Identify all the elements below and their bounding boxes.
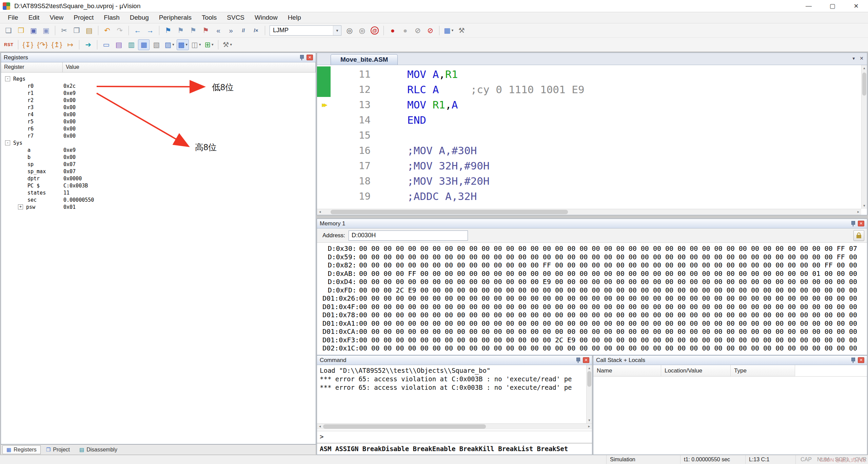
open-folder-icon[interactable]: ❒ [15, 25, 27, 36]
run-to-cursor-icon[interactable]: ↦ [64, 39, 76, 50]
comment-selection-icon[interactable]: // [238, 25, 249, 36]
registers-window-icon[interactable]: ▦ [138, 39, 150, 50]
chevron-down-icon[interactable]: ▾ [172, 42, 174, 47]
command-window-icon[interactable]: ▭ [100, 39, 112, 50]
window-layout-icon[interactable]: ▦▾ [442, 25, 455, 36]
memory-row[interactable]: D:0xAB:00 00 00 00 FF 00 00 00 00 00 00 … [322, 269, 867, 278]
memory-row[interactable]: D02:0x1C:00 00 00 00 00 00 00 00 00 00 0… [322, 344, 867, 352]
find-in-files-icon[interactable]: ◎ [344, 25, 355, 36]
view-tab-project[interactable]: ❐Project [42, 445, 74, 454]
close-button[interactable]: ✕ [844, 0, 868, 12]
indent-right-icon[interactable]: » [225, 25, 237, 36]
memory-row[interactable]: D01:0x4F:00 00 00 00 00 00 00 00 00 00 0… [322, 303, 867, 311]
register-row-sp[interactable]: sp0x07 [1, 161, 316, 168]
menu-svcs[interactable]: SVCS [222, 12, 250, 23]
reset-cpu-icon[interactable]: RST [3, 39, 15, 50]
command-input-line[interactable]: > [317, 431, 592, 442]
scrollbar-thumb[interactable] [587, 371, 591, 387]
menu-edit[interactable]: Edit [23, 12, 45, 23]
menu-project[interactable]: Project [68, 12, 99, 23]
disable-all-breakpoints-icon[interactable]: ⊘ [412, 25, 423, 36]
menu-peripherals[interactable]: Peripherals [154, 12, 197, 23]
scroll-down-icon[interactable]: ▼ [862, 203, 867, 207]
column-header-name[interactable]: Name [593, 365, 661, 376]
kill-all-breakpoints-icon[interactable]: ⊘ [425, 25, 436, 36]
expand-icon[interactable]: + [18, 204, 23, 209]
memory-row[interactable]: D:0xD4:00 00 00 00 00 00 00 00 00 00 00 … [322, 278, 867, 286]
save-icon[interactable]: ▣ [28, 25, 39, 36]
symbol-window-icon[interactable]: ▥ [125, 39, 137, 50]
run-icon[interactable]: ➔ [82, 39, 94, 50]
nav-forward-icon[interactable]: → [144, 25, 156, 36]
memory-row[interactable]: D01:0x26:00 00 00 00 00 00 00 00 00 00 0… [322, 294, 867, 303]
scroll-down-icon[interactable]: ▼ [587, 417, 592, 422]
scroll-left-icon[interactable]: ◄ [318, 425, 321, 428]
memory-row[interactable]: D01:0xCA:00 00 00 00 00 00 00 00 00 00 0… [322, 327, 867, 336]
register-row-sec[interactable]: sec0.00000550 [1, 196, 316, 203]
memory-grid[interactable]: D:0x30:00 00 00 00 00 00 00 00 00 00 00 … [317, 243, 867, 352]
paste-icon[interactable]: ▤ [83, 25, 95, 36]
register-row-psw[interactable]: +psw0x01 [1, 203, 316, 210]
register-row-r6[interactable]: r60x00 [1, 125, 316, 132]
memory-row[interactable]: D:0xFD:00 00 00 2C E9 00 00 00 00 00 00 … [322, 286, 867, 295]
code-line[interactable]: 12RLC A ;cy 0 1110 1001 E9 [317, 82, 867, 97]
editor-horizontal-scrollbar[interactable]: ◄ ► [317, 209, 861, 215]
tab-close-icon[interactable]: ✕ [860, 56, 864, 61]
register-row-r4[interactable]: r40x00 [1, 111, 316, 118]
bookmark-prev-icon[interactable]: ⚑ [175, 25, 186, 36]
register-row-r7[interactable]: r70x00 [1, 132, 316, 139]
serial-window-icon[interactable]: ◫▾ [190, 39, 202, 50]
menu-flash[interactable]: Flash [99, 12, 124, 23]
code-line[interactable]: 14END [317, 112, 867, 127]
register-row-r1[interactable]: r10xe9 [1, 89, 316, 97]
register-group-regs[interactable]: -Regs [1, 75, 316, 82]
code-line[interactable]: 16;MOV A,#30H [317, 143, 867, 158]
code-line[interactable]: 18;MOV 33H,#20H [317, 173, 867, 188]
chevron-down-icon[interactable]: ▾ [212, 42, 214, 47]
chevron-down-icon[interactable]: ▾ [199, 42, 201, 47]
register-row-r2[interactable]: r20x00 [1, 97, 316, 104]
analysis-window-icon[interactable]: ⊞▾ [203, 39, 215, 50]
configure-tools-icon[interactable]: ⚒ [456, 25, 467, 36]
column-header-value[interactable]: Value [63, 62, 316, 72]
code-area[interactable]: 11MOV A,R112RLC A ;cy 0 1110 1001 E9▶▶13… [317, 65, 867, 215]
chevron-down-icon[interactable]: ▾ [452, 28, 454, 33]
menu-file[interactable]: File [3, 12, 23, 23]
incremental-find-icon[interactable]: @ [369, 25, 380, 36]
register-row-r5[interactable]: r50x00 [1, 118, 316, 125]
cut-icon[interactable]: ✂ [58, 25, 70, 36]
pin-icon[interactable] [850, 221, 856, 226]
watch-window-icon[interactable]: ▨▾ [163, 39, 175, 50]
code-line[interactable]: ▶▶13MOV R1,A [317, 97, 867, 112]
menu-window[interactable]: Window [250, 12, 283, 23]
command-helper-buttons[interactable]: ASM ASSIGN BreakDisable BreakEnable Brea… [317, 443, 592, 455]
command-horizontal-scrollbar[interactable]: ◄ ► [317, 423, 592, 429]
scrollbar-thumb[interactable] [331, 210, 568, 214]
code-line[interactable]: 15 [317, 127, 867, 143]
chevron-down-icon[interactable]: ▾ [230, 42, 232, 47]
new-file-icon[interactable]: ❏ [3, 25, 14, 36]
code-line[interactable]: 19;ADDC A,32H [317, 188, 867, 204]
step-over-icon[interactable]: {↷} [36, 39, 49, 50]
memory-window-icon[interactable]: ▩▾ [177, 39, 189, 50]
minimize-button[interactable]: — [797, 0, 821, 12]
collapse-icon[interactable]: - [5, 76, 10, 81]
command-vertical-scrollbar[interactable]: ▲ ▼ [586, 365, 592, 423]
column-header-location-value[interactable]: Location/Value [661, 365, 731, 376]
address-input[interactable]: D:0030H [349, 230, 468, 241]
register-row-r3[interactable]: r30x00 [1, 104, 316, 111]
column-header-register[interactable]: Register [1, 62, 63, 72]
code-line[interactable]: 11MOV A,R1 [317, 66, 867, 82]
register-row-pc[interactable]: PC $C:0x003B [1, 182, 316, 189]
chevron-down-icon[interactable]: ▾ [186, 42, 188, 47]
scroll-right-icon[interactable]: ► [588, 425, 591, 428]
save-all-icon[interactable]: ▣ [40, 25, 52, 36]
menu-tools[interactable]: Tools [197, 12, 222, 23]
tab-move-bite-asm[interactable]: Move_bite.ASM [331, 54, 398, 65]
quick-find-combobox[interactable]: LJMP▾ [270, 25, 341, 36]
memory-row[interactable]: D01:0x78:00 00 00 00 00 00 00 00 00 00 0… [322, 311, 867, 319]
close-icon[interactable]: ✕ [583, 357, 589, 363]
menu-help[interactable]: Help [283, 12, 306, 23]
code-line[interactable]: 17;MOV 32H,#90H [317, 158, 867, 173]
bookmark-next-icon[interactable]: ⚑ [188, 25, 199, 36]
